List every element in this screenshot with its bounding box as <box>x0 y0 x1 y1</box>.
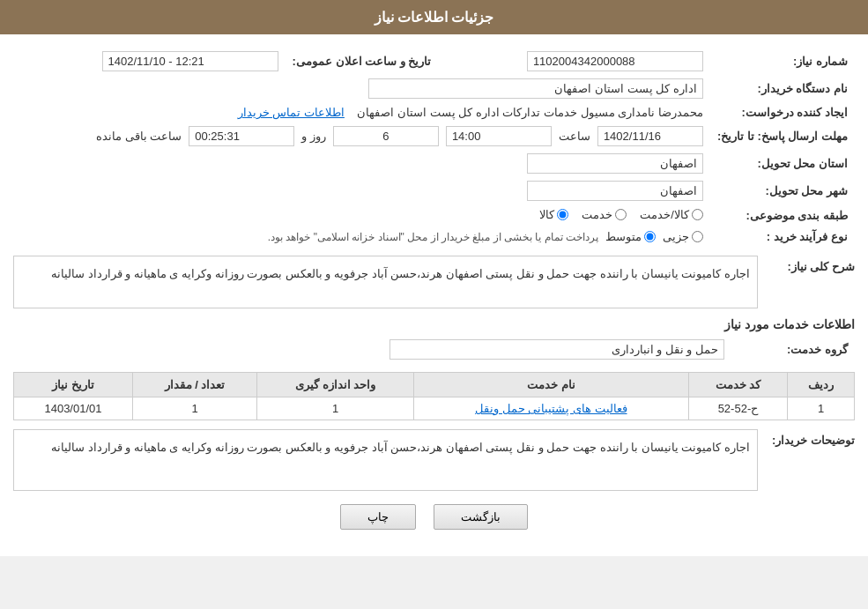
label-service-group: گروه خدمت: <box>731 336 855 363</box>
service-table-body: 1 ح-52-52 فعالیت های پشتیبانی حمل ونقل 1… <box>14 397 855 420</box>
row-category: طبقه بندی موضوعی: کالا/خدمت خدمت <box>13 204 855 227</box>
radio-goods-input[interactable] <box>557 209 568 220</box>
deadline-days-field: 6 <box>333 126 439 146</box>
need-description-section: شرح کلی نیاز: اجاره کامیونت یانیسان با ر… <box>13 256 855 308</box>
process-row: جزیی متوسط پرداخت تمام یا بخشی از مبلغ خ… <box>20 230 703 243</box>
announcement-date-field: 1402/11/10 - 12:21 <box>102 51 278 71</box>
radio-part-input[interactable] <box>692 231 703 242</box>
service-table-header-row: ردیف کد خدمت نام خدمت واحد اندازه گیری ت… <box>14 373 855 397</box>
row-service-group: گروه خدمت: حمل و نقل و انبارداری <box>13 336 855 363</box>
label-province: استان محل تحویل: <box>710 150 855 177</box>
need-number-field: 1102004342000088 <box>527 51 703 71</box>
button-row: بازگشت چاپ <box>13 504 855 530</box>
value-deadline: 1402/11/16 ساعت 14:00 6 روز و 00:25:31 س… <box>13 123 710 150</box>
radio-part-label: جزیی <box>663 230 689 243</box>
deadline-time-field: 14:00 <box>446 126 552 146</box>
value-need-number: 1102004342000088 <box>438 48 710 75</box>
row-deadline: مهلت ارسال پاسخ: تا تاریخ: 1402/11/16 سا… <box>13 123 855 150</box>
city-field: اصفهان <box>527 181 703 201</box>
service-table: ردیف کد خدمت نام خدمت واحد اندازه گیری ت… <box>13 372 855 420</box>
radio-service-input[interactable] <box>615 209 627 220</box>
province-field: اصفهان <box>527 153 703 174</box>
label-process-type: نوع فرآیند خرید : <box>710 227 855 247</box>
col-date: تاریخ نیاز <box>14 373 133 397</box>
row-process-type: نوع فرآیند خرید : جزیی متوسط پرداخت تمام… <box>13 227 855 247</box>
cell-index: 1 <box>788 397 855 420</box>
main-info-table: شماره نیاز: 1102004342000088 تاریخ و ساع… <box>13 48 855 247</box>
buyer-notes-content: اجاره کامیونت یانیسان با راننده جهت حمل … <box>13 429 758 491</box>
deadline-flex: 1402/11/16 ساعت 14:00 6 روز و 00:25:31 س… <box>20 126 703 146</box>
radio-service-label: خدمت <box>582 208 612 221</box>
deadline-remaining-field: 00:25:31 <box>189 126 294 146</box>
need-desc-flex: شرح کلی نیاز: اجاره کامیونت یانیسان با ر… <box>13 256 855 308</box>
process-note-text: پرداخت تمام یا بخشی از مبلغ خریدار از مح… <box>268 231 598 243</box>
label-deadline: مهلت ارسال پاسخ: تا تاریخ: <box>710 123 855 150</box>
deadline-date-field: 1402/11/16 <box>597 126 703 146</box>
service-group-field: حمل و نقل و انبارداری <box>389 339 724 360</box>
value-process-type: جزیی متوسط پرداخت تمام یا بخشی از مبلغ خ… <box>13 227 710 247</box>
radio-medium-input[interactable] <box>644 231 656 242</box>
service-info-title: اطلاعات خدمات مورد نیاز <box>13 317 855 331</box>
col-code: کد خدمت <box>688 373 788 397</box>
value-province: اصفهان <box>13 150 710 177</box>
cell-code: ح-52-52 <box>688 397 788 420</box>
buyer-org-field: اداره کل پست استان اصفهان <box>368 78 703 99</box>
label-announcement-date: تاریخ و ساعت اعلان عمومی: <box>286 48 439 75</box>
buyer-notes-section: توضیحات خریدار: اجاره کامیونت یانیسان با… <box>13 429 855 491</box>
radio-service: خدمت <box>582 208 627 221</box>
radio-medium: متوسط <box>605 230 656 243</box>
label-buyer-notes: توضیحات خریدار: <box>767 429 855 447</box>
need-desc-content: اجاره کامیونت یانیسان با راننده جهت حمل … <box>13 256 758 308</box>
value-buyer-org: اداره کل پست استان اصفهان <box>13 75 710 102</box>
print-button[interactable]: چاپ <box>340 504 416 530</box>
col-index: ردیف <box>788 373 855 397</box>
col-quantity: تعداد / مقدار <box>132 373 256 397</box>
label-creator: ایجاد کننده درخواست: <box>710 102 855 123</box>
value-announcement-date: 1402/11/10 - 12:21 <box>13 48 286 75</box>
radio-medium-label: متوسط <box>605 230 642 243</box>
cell-unit: 1 <box>257 397 414 420</box>
contact-link[interactable]: اطلاعات تماس خریدار <box>238 106 345 119</box>
row-need-number: شماره نیاز: 1102004342000088 تاریخ و ساع… <box>13 48 855 75</box>
row-buyer-org: نام دستگاه خریدار: اداره کل پست استان اص… <box>13 75 855 102</box>
page-title: جزئیات اطلاعات نیاز <box>375 10 494 25</box>
page-header: جزئیات اطلاعات نیاز <box>0 0 868 34</box>
value-city: اصفهان <box>13 177 710 204</box>
category-radio-group: کالا/خدمت خدمت کالا <box>539 208 703 221</box>
label-category: طبقه بندی موضوعی: <box>710 204 855 227</box>
radio-part: جزیی <box>663 230 703 243</box>
table-row: 1 ح-52-52 فعالیت های پشتیبانی حمل ونقل 1… <box>14 397 855 420</box>
buyer-notes-flex: توضیحات خریدار: اجاره کامیونت یانیسان با… <box>13 429 855 491</box>
cell-quantity: 1 <box>132 397 256 420</box>
back-button[interactable]: بازگشت <box>434 504 528 530</box>
days-label: روز و <box>301 130 326 143</box>
label-city: شهر محل تحویل: <box>710 177 855 204</box>
buyer-notes-box: اجاره کامیونت یانیسان با راننده جهت حمل … <box>13 429 758 491</box>
radio-goods-service-input[interactable] <box>692 209 703 220</box>
col-name: نام خدمت <box>414 373 688 397</box>
service-table-head: ردیف کد خدمت نام خدمت واحد اندازه گیری ت… <box>14 373 855 397</box>
label-buyer-org: نام دستگاه خریدار: <box>710 75 855 102</box>
value-creator: محمدرضا نامداری مسیول خدمات تدارکات ادار… <box>13 102 710 123</box>
value-category: کالا/خدمت خدمت کالا <box>13 204 710 227</box>
time-label-static: ساعت <box>559 130 590 143</box>
page-wrapper: جزئیات اطلاعات نیاز شماره نیاز: 11020043… <box>0 0 868 556</box>
row-city: شهر محل تحویل: اصفهان <box>13 177 855 204</box>
need-description-box: اجاره کامیونت یانیسان با راننده جهت حمل … <box>13 256 758 308</box>
service-group-table: گروه خدمت: حمل و نقل و انبارداری <box>13 336 855 363</box>
cell-name: فعالیت های پشتیبانی حمل ونقل <box>414 397 688 420</box>
cell-date: 1403/01/01 <box>14 397 133 420</box>
content-area: شماره نیاز: 1102004342000088 تاریخ و ساع… <box>0 34 868 556</box>
label-need-number: شماره نیاز: <box>710 48 855 75</box>
creator-text: محمدرضا نامداری مسیول خدمات تدارکات ادار… <box>357 106 703 119</box>
service-name-link[interactable]: فعالیت های پشتیبانی حمل ونقل <box>475 402 627 415</box>
col-unit: واحد اندازه گیری <box>257 373 414 397</box>
radio-goods-label: کالا <box>539 208 554 221</box>
radio-goods-service-label: کالا/خدمت <box>640 208 689 221</box>
hours-label: ساعت باقی مانده <box>96 130 182 143</box>
row-creator: ایجاد کننده درخواست: محمدرضا نامداری مسی… <box>13 102 855 123</box>
row-province: استان محل تحویل: اصفهان <box>13 150 855 177</box>
radio-goods-service: کالا/خدمت <box>640 208 703 221</box>
label-need-description: شرح کلی نیاز: <box>767 256 855 273</box>
radio-goods: کالا <box>539 208 568 221</box>
